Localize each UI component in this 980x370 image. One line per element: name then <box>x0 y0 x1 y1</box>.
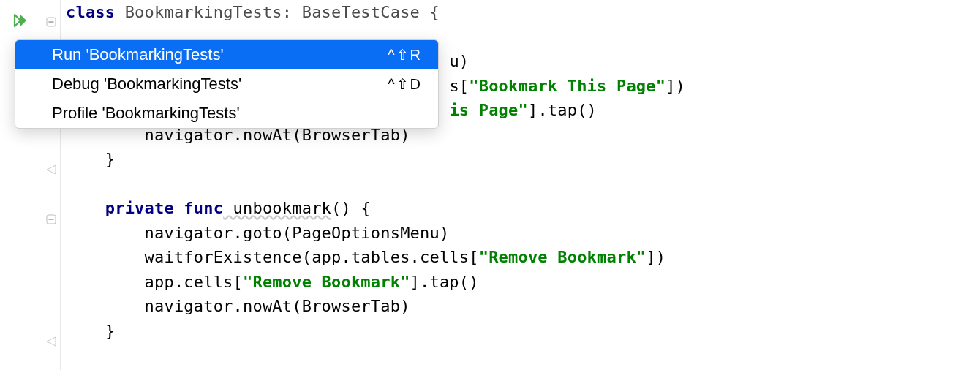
code-line: app.cells["Remove Bookmark"].tap() <box>66 270 980 295</box>
code-text: s[ <box>449 77 469 95</box>
class-name: BookmarkingTests <box>115 3 282 21</box>
brace-close: } <box>105 322 115 340</box>
code-line: navigator.goto(PageOptionsMenu) <box>66 221 980 246</box>
code-text <box>66 224 145 242</box>
keyword-private: private <box>105 199 174 217</box>
code-line: navigator.nowAt(BrowserTab) <box>66 294 980 319</box>
code-text <box>66 322 105 340</box>
fold-end-icon[interactable] <box>45 164 57 175</box>
menu-label: Run 'BookmarkingTests' <box>52 45 373 64</box>
code-text: ]) <box>666 77 685 95</box>
keyword-class: class <box>66 3 115 21</box>
code-line <box>66 172 980 197</box>
code-line: waitforExistence(app.tables.cells["Remov… <box>66 245 980 270</box>
code-line: } <box>66 147 980 172</box>
string-literal: "Remove Bookmark" <box>479 248 647 266</box>
menu-item-debug[interactable]: Debug 'BookmarkingTests' ^⇧D <box>15 69 438 99</box>
menu-label: Profile 'BookmarkingTests' <box>52 104 422 123</box>
keyword-func: func <box>174 199 223 217</box>
code-text: app.cells[ <box>145 273 243 291</box>
menu-label: Debug 'BookmarkingTests' <box>52 75 373 94</box>
code-text <box>66 297 145 315</box>
code-editor[interactable]: class BookmarkingTests: BaseTestCase { u… <box>0 0 980 370</box>
string-literal: "Bookmark This Page" <box>469 77 666 95</box>
code-line: } <box>66 319 980 344</box>
code-text: waitforExistence(app.tables.cells[ <box>145 248 479 266</box>
base-class: : BaseTestCase { <box>282 3 440 21</box>
code-text <box>66 150 105 168</box>
menu-shortcut: ^⇧R <box>388 46 422 64</box>
string-literal: is Page" <box>449 101 528 119</box>
menu-item-run[interactable]: Run 'BookmarkingTests' ^⇧R <box>15 40 438 69</box>
code-text: u) <box>449 52 469 70</box>
menu-shortcut: ^⇧D <box>388 75 422 93</box>
code-text <box>66 199 105 217</box>
code-text: ].tap() <box>410 273 479 291</box>
string-literal: "Remove Bookmark" <box>243 273 410 291</box>
code-text: navigator.goto(PageOptionsMenu) <box>145 224 450 242</box>
fold-toggle-icon[interactable] <box>45 214 57 225</box>
code-text: navigator.nowAt(BrowserTab) <box>145 297 410 315</box>
function-name: unbookmark <box>223 199 331 217</box>
code-line: private func unbookmark() { <box>66 196 980 221</box>
brace-close: } <box>105 150 115 168</box>
code-line: class BookmarkingTests: BaseTestCase { <box>66 0 980 25</box>
code-text: ].tap() <box>528 101 597 119</box>
code-text: ]) <box>646 248 666 266</box>
context-menu: Run 'BookmarkingTests' ^⇧R Debug 'Bookma… <box>15 39 439 129</box>
run-gutter-icon[interactable] <box>13 13 29 29</box>
menu-item-profile[interactable]: Profile 'BookmarkingTests' <box>15 99 438 128</box>
fold-toggle-icon[interactable] <box>45 16 57 28</box>
code-text <box>66 248 145 266</box>
code-text <box>66 273 145 291</box>
code-text: () { <box>331 199 371 217</box>
fold-end-icon[interactable] <box>45 336 57 347</box>
